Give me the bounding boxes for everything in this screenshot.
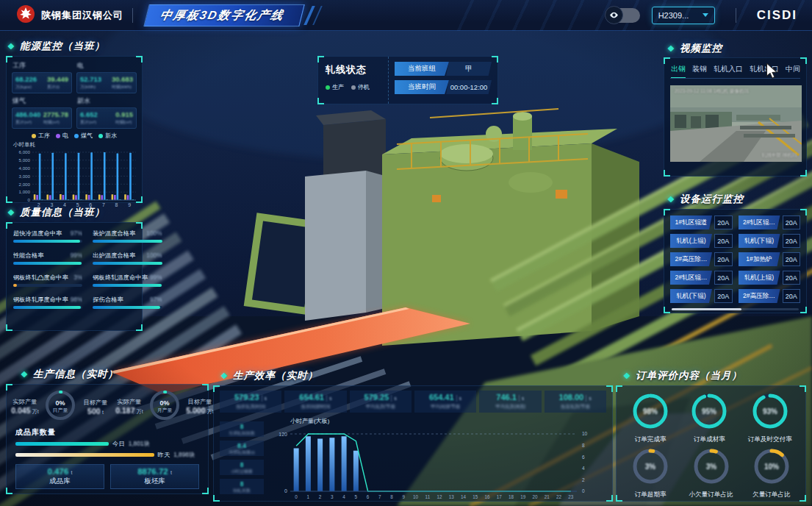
heat-number-select[interactable]: H2309... (652, 7, 715, 24)
quality-progress (93, 262, 162, 265)
svg-text:6: 6 (367, 494, 370, 499)
legend-label: 新水 (105, 132, 117, 140)
video-feed[interactable]: 2023-09-12 11:08 1#轧机 摄像机01 轧线中部 球机01 (670, 85, 802, 162)
chevron-down-icon (703, 13, 708, 17)
gauge-left-label: 实际产量 (8, 398, 42, 406)
equipment-label: 2#轧区辊… (670, 271, 712, 285)
eff-value: 746.1 (496, 393, 517, 402)
svg-text:0%: 0% (55, 399, 65, 407)
energy-value-secondary: 2775.78 (43, 110, 68, 118)
equipment-value: 20A (783, 271, 801, 285)
order-label: 小欠量订单占比 (689, 491, 733, 499)
legend-dot (74, 134, 79, 138)
energy-stat-name: 新水 (77, 96, 137, 106)
equipment-item[interactable]: 2#轧区辊… 20A (670, 271, 733, 285)
equipment-label: 1#轧区辊道 (670, 215, 712, 229)
quality-item: 装炉温度合格率 100% (93, 229, 162, 243)
svg-text:14: 14 (461, 494, 467, 499)
quality-progress (13, 306, 82, 309)
legend-dot (32, 134, 36, 138)
video-tab[interactable]: 轧机出口 (750, 64, 779, 74)
legend-label: 工序 (38, 132, 50, 140)
svg-text:13: 13 (449, 494, 455, 499)
svg-text:17: 17 (497, 494, 503, 499)
video-tab[interactable]: 出钢 (671, 64, 686, 74)
equipment-item[interactable]: 轧机(上辊) 20A (739, 271, 801, 285)
order-label: 订单成材率 (694, 435, 725, 444)
order-donut: 95% (689, 391, 730, 435)
equipment-item[interactable]: 轧机(下辊) 20A (739, 234, 801, 248)
video-tab[interactable]: 装钢 (692, 64, 707, 74)
page-title: 中厚板3D数字化产线 (143, 4, 305, 26)
heat-number-value: H2309... (658, 11, 689, 20)
svg-text:120: 120 (279, 432, 287, 437)
gauge-left-value: 0.187 (115, 406, 134, 415)
decor-slash (313, 6, 323, 25)
order-label: 订单超期率 (635, 491, 667, 499)
equipment-value: 20A (783, 289, 801, 303)
diamond-icon: ❖ (7, 208, 15, 218)
equipment-item[interactable]: 1#轧区辊道 20A (670, 215, 733, 229)
efficiency-stat: 579.23s 当班轧制时间 (220, 391, 281, 413)
eye-icon (605, 6, 623, 24)
svg-text:6: 6 (582, 455, 585, 460)
store-unit: t (71, 470, 73, 475)
svg-text:6,000: 6,000 (19, 149, 31, 154)
inventory-bar: 今日1,801块 (7, 438, 208, 449)
energy-panel-title: ❖能源监控（当班） (7, 40, 105, 53)
equipment-item[interactable]: 1#加热炉 20A (739, 252, 801, 266)
badge-value: 甲 (446, 62, 492, 76)
svg-text:5: 5 (355, 494, 358, 499)
equipment-item[interactable]: 2#轧区辊… 20A (739, 215, 801, 229)
equipment-value: 20A (714, 289, 733, 303)
quality-progress (13, 284, 82, 287)
video-tab[interactable]: 轧机入口 (714, 64, 743, 74)
efficiency-stat: 108.00s 当前轧制节奏 (545, 391, 606, 413)
legend-item: 电 (56, 132, 68, 140)
hourly-output-chart: 1200024681001234567891011121314151617181… (267, 425, 599, 502)
quality-fill (93, 306, 159, 309)
equipment-value: 20A (783, 252, 801, 266)
quality-progress (93, 306, 162, 309)
visibility-toggle[interactable] (606, 8, 640, 23)
eff-side-value: 8 (220, 461, 264, 468)
production-panel: 实际产量 0.045 万t 0%日产量 目标产量 500 t 实际产量 0.18… (6, 384, 209, 494)
equipment-item[interactable]: 轧机(下辊) 20A (670, 289, 733, 303)
svg-text:22: 22 (556, 494, 562, 499)
equipment-item[interactable]: 2#高压除… 20A (670, 252, 733, 266)
store-label: 成品库 (49, 477, 71, 486)
equipment-item[interactable]: 2#高压除… 20A (739, 289, 801, 303)
efficiency-stat: 579.25s 平均轧制节奏 (350, 391, 412, 413)
scrollbar-track (672, 308, 799, 310)
equipment-value: 20A (714, 234, 733, 248)
svg-text:月产量: 月产量 (157, 407, 173, 413)
hourly-chart-title: 小时产量(大板) (290, 417, 608, 425)
eff-value: 108.00 (559, 393, 584, 402)
eff-side-label: 当班轧制量(t) (220, 449, 264, 456)
svg-text:2: 2 (582, 477, 585, 482)
order-gauge: 95% 订单成材率 (689, 391, 730, 444)
gauge-left-label: 实际产量 (112, 398, 146, 406)
status-label: 停机 (358, 83, 370, 91)
company-logo: 陕钢集团汉钢公司 (16, 4, 123, 26)
legend-item: 工序 (32, 132, 50, 140)
svg-text:23: 23 (568, 494, 574, 499)
energy-value-secondary: 39.449 (47, 75, 68, 83)
camera-timestamp: 2023-09-12 11:08 1#轧机 摄像机01 (675, 88, 749, 95)
gauge-right-label: 目标产量 (79, 399, 112, 407)
scrollbar-thumb[interactable] (672, 308, 741, 310)
video-panel: 出钢装钢轧机入口轧机出口中间冷电加热 2023-09-12 11:08 1#轧机… (664, 57, 807, 177)
rollline-status-panel: 轧线状态 生产停机 当前班组 甲 当班时间 00:00-12:00 (317, 56, 498, 104)
order-donut: 3% (691, 446, 732, 490)
quality-value: 97% (150, 296, 162, 304)
equipment-panel: 1#轧区辊道 20A 2#轧区辊… 20A 轧机(上辊) 20A 轧机(下辊) … (664, 209, 807, 313)
equipment-item[interactable]: 轧机(上辊) 20A (670, 234, 733, 248)
svg-text:15: 15 (473, 494, 478, 499)
video-tab[interactable]: 中间冷 (786, 64, 800, 74)
svg-text:8: 8 (390, 494, 393, 499)
diamond-icon: ❖ (667, 44, 675, 54)
svg-text:4,000: 4,000 (19, 165, 31, 171)
equipment-value: 20A (714, 252, 733, 266)
energy-unit-secondary: 吨钢(kWh) (112, 84, 133, 90)
efficiency-side-stat: 8 待轧坯数 (220, 479, 264, 494)
